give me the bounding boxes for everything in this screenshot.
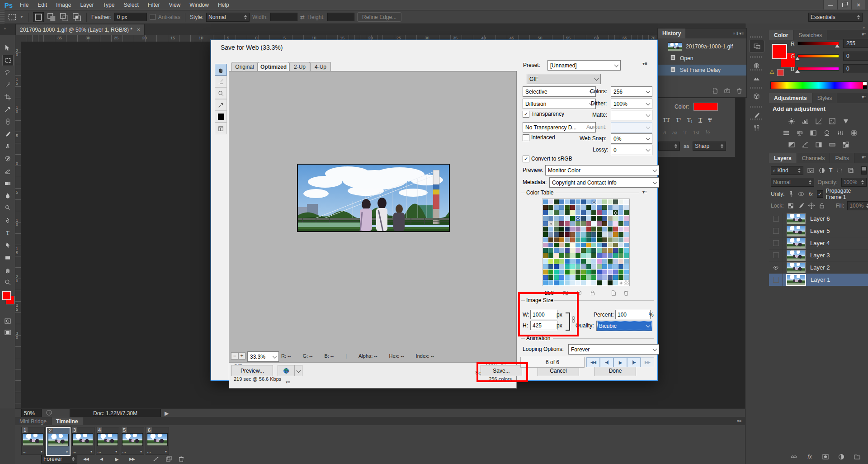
layer-row-layer-5[interactable]: Layer 5 [769, 225, 868, 237]
menu-view[interactable]: View [164, 2, 185, 8]
color-swatch-cell[interactable] [559, 227, 564, 232]
play-button[interactable]: ▶ [110, 456, 123, 463]
play-button-dialog[interactable]: ▶ [613, 357, 627, 367]
brightness-icon[interactable] [786, 117, 797, 126]
color-swatch-cell[interactable] [554, 243, 559, 248]
lossy-select[interactable]: 0 [611, 145, 652, 155]
invert-icon[interactable] [786, 140, 797, 149]
color-swatch-cell[interactable] [624, 248, 629, 253]
anti-alias-select[interactable]: Sharp [693, 142, 726, 151]
color-swatch-cell[interactable] [624, 199, 629, 204]
color-swatch-cell[interactable] [576, 248, 580, 253]
opacity-value[interactable]: 100% [841, 178, 867, 187]
zoom-tool-icon[interactable] [2, 277, 13, 288]
color-swatch-cell[interactable] [591, 232, 596, 237]
tab-styles[interactable]: Styles [812, 93, 838, 103]
timeline-menu-icon[interactable]: ▾≡ [737, 419, 741, 423]
swap-dimensions-icon[interactable]: ⇄ [300, 14, 305, 20]
color-swatch-cell[interactable] [624, 280, 629, 285]
color-swatch-cell[interactable] [624, 227, 629, 232]
color-swatch-cell[interactable] [576, 264, 580, 269]
hand-tool-icon[interactable] [2, 265, 13, 275]
browser-globe-icon[interactable]: ? [278, 365, 295, 376]
color-swatch-cell[interactable] [624, 232, 629, 237]
menu-select[interactable]: Select [119, 2, 143, 8]
matte-select[interactable] [611, 110, 652, 120]
preview-mode-select[interactable]: Monitor Color [545, 165, 659, 175]
color-swatch-cell[interactable] [570, 205, 575, 210]
color-swatch-cell[interactable] [586, 210, 591, 215]
filter-type-layers-icon[interactable]: T [829, 167, 832, 174]
color-swatch-cell[interactable] [548, 243, 553, 248]
menu-window[interactable]: Window [185, 2, 213, 8]
color-swatch-cell[interactable] [581, 205, 586, 210]
color-swatch-cell[interactable] [559, 275, 564, 280]
color-swatch-cell[interactable] [565, 227, 570, 232]
layer-thumbnail[interactable] [787, 250, 806, 261]
color-swatch-cell[interactable] [618, 243, 623, 248]
move-tool-icon[interactable] [2, 43, 13, 53]
color-swatch-cell[interactable] [618, 248, 623, 253]
rect-marquee-tool-icon[interactable] [2, 55, 14, 66]
color-swatch-cell[interactable] [613, 270, 618, 275]
web-snap-select[interactable]: 0% [611, 133, 652, 144]
color-swatch-cell[interactable] [543, 221, 548, 226]
color-swatch-cell[interactable] [554, 275, 559, 280]
color-swatch-cell[interactable] [548, 253, 553, 258]
color-swatch-cell[interactable] [602, 210, 607, 215]
r-value[interactable]: 255 [843, 39, 868, 48]
lock-position-icon[interactable] [808, 201, 815, 210]
underline-icon[interactable]: T [698, 116, 702, 123]
b-slider-thumb[interactable] [795, 70, 800, 73]
color-swatch-cell[interactable] [613, 199, 618, 204]
zoom-level-input[interactable]: 50% [21, 409, 42, 417]
color-swatch-cell[interactable] [565, 253, 570, 258]
propagate-frame-checkbox[interactable]: ✓ [817, 190, 823, 198]
all-caps-icon[interactable]: TT [663, 116, 670, 123]
color-swatch-cell[interactable] [576, 253, 580, 258]
color-swatch-cell[interactable] [581, 280, 586, 285]
color-swatch-cell[interactable] [548, 264, 553, 269]
color-swatch-cell[interactable] [565, 216, 570, 221]
dither-method-select[interactable]: Diffusion [523, 99, 596, 109]
color-swatch-cell[interactable] [554, 227, 559, 232]
color-swatch-cell[interactable] [597, 237, 602, 242]
g-slider-thumb[interactable] [795, 57, 800, 60]
color-swatch-cell[interactable] [554, 205, 559, 210]
quick-mask-icon[interactable] [2, 316, 13, 326]
color-swatch-cell[interactable] [597, 253, 602, 258]
animation-frame-1[interactable]: 1…▾ [21, 427, 45, 455]
tool-preset-caret[interactable]: ▼ [20, 15, 24, 19]
color-swatch-cell[interactable] [548, 216, 553, 221]
color-swatch-cell[interactable] [576, 237, 580, 242]
contextual-alternates-icon[interactable]: aa [672, 129, 678, 136]
eye-toggle-empty[interactable] [769, 213, 783, 225]
browser-select-caret[interactable] [294, 365, 302, 376]
tab-swatches[interactable]: Swatches [793, 30, 827, 40]
color-swatch-cell[interactable] [565, 237, 570, 242]
color-swatch-cell[interactable] [581, 237, 586, 242]
frame-delay-select[interactable]: …▾ [147, 449, 167, 454]
animation-frame-3[interactable]: 3…▾ [71, 427, 94, 455]
color-swatch-cell[interactable] [586, 216, 591, 221]
eye-icon[interactable] [769, 261, 783, 274]
feather-input[interactable]: 0 px [114, 13, 147, 21]
link-layers-icon[interactable] [788, 452, 799, 461]
color-swatch-cell[interactable] [559, 210, 564, 215]
next-frame-button-dialog[interactable]: |▶ [627, 357, 641, 367]
strikethrough-icon[interactable]: T [708, 116, 712, 123]
eye-toggle-empty[interactable] [769, 274, 783, 286]
posterize-icon[interactable] [800, 140, 811, 149]
color-swatch-cell[interactable] [581, 253, 586, 258]
color-swatch-cell[interactable] [559, 248, 564, 253]
menu-image[interactable]: Image [52, 2, 75, 8]
status-flyout-icon[interactable]: ▶ [165, 410, 169, 417]
color-swatch-cell[interactable] [613, 227, 618, 232]
preset-menu-icon[interactable]: ▾≡ [642, 61, 647, 66]
color-swatch-cell[interactable] [602, 221, 607, 226]
layer-thumbnail[interactable] [787, 226, 806, 237]
clone-stamp-tool-icon[interactable] [2, 141, 13, 152]
color-swatch-cell[interactable] [581, 221, 586, 226]
color-swatch-cell[interactable] [565, 210, 570, 215]
color-swatch-cell[interactable] [618, 275, 623, 280]
